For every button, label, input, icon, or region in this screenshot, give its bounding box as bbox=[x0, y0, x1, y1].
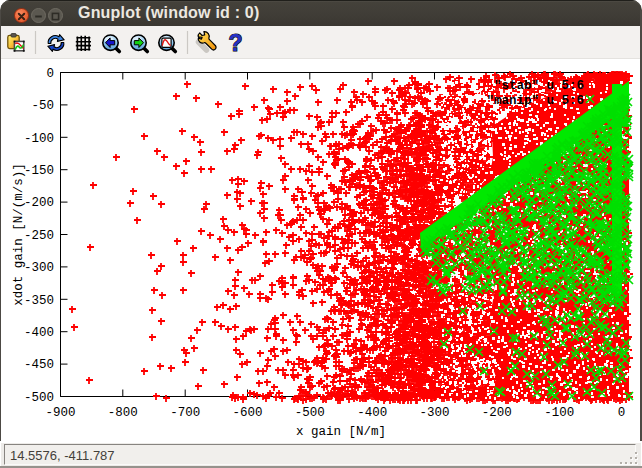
svg-text:-100: -100 bbox=[544, 406, 574, 420]
svg-text:-350: -350 bbox=[24, 294, 54, 308]
svg-text:-250: -250 bbox=[24, 229, 54, 243]
svg-text:-600: -600 bbox=[232, 406, 262, 420]
svg-text:"manip" u 5:6: "manip" u 5:6 bbox=[486, 94, 584, 108]
svg-text:-300: -300 bbox=[419, 406, 449, 420]
svg-text:-500: -500 bbox=[295, 406, 325, 420]
svg-text:0: 0 bbox=[618, 406, 626, 420]
svg-text:?: ? bbox=[228, 30, 242, 56]
svg-text:-450: -450 bbox=[24, 358, 54, 372]
svg-text:-900: -900 bbox=[45, 406, 75, 420]
svg-text:-200: -200 bbox=[24, 196, 54, 210]
svg-text:-200: -200 bbox=[482, 406, 512, 420]
svg-text:-50: -50 bbox=[31, 99, 54, 113]
svg-text:"stab" u 5:6: "stab" u 5:6 bbox=[494, 79, 584, 93]
svg-text:-500: -500 bbox=[24, 391, 54, 405]
svg-text:-400: -400 bbox=[357, 406, 387, 420]
svg-text:-700: -700 bbox=[170, 406, 200, 420]
svg-text:0: 0 bbox=[46, 67, 54, 81]
svg-text:xdot gain [N/(m/s)]: xdot gain [N/(m/s)] bbox=[12, 163, 26, 306]
svg-text:-400: -400 bbox=[24, 326, 54, 340]
svg-text:-150: -150 bbox=[24, 164, 54, 178]
svg-text:-300: -300 bbox=[24, 261, 54, 275]
svg-text:x gain [N/m]: x gain [N/m] bbox=[296, 425, 386, 439]
svg-text:-800: -800 bbox=[108, 406, 138, 420]
svg-text:-100: -100 bbox=[24, 132, 54, 146]
